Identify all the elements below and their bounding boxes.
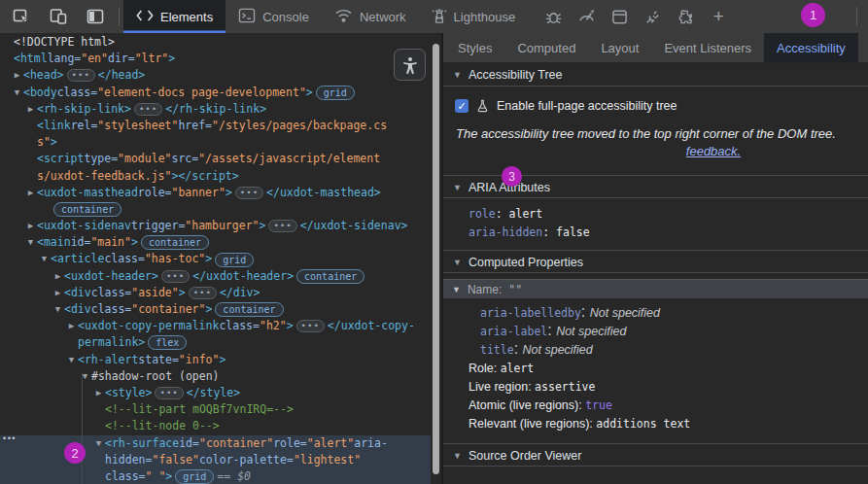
- dom-tree-row[interactable]: container: [0, 201, 431, 218]
- fullpage-a11y-checkbox-row[interactable]: ✓ Enable full-page accessibility tree: [455, 98, 868, 113]
- expand-ellipsis-icon[interactable]: •••: [268, 220, 296, 232]
- notice-text: The accessibility tree moved to the top …: [443, 126, 868, 141]
- layout-badge[interactable]: grid: [175, 469, 214, 484]
- layout-badge[interactable]: container: [296, 269, 365, 284]
- tab-lighthouse[interactable]: Lighthouse: [419, 0, 529, 33]
- code-token: </style>: [187, 385, 240, 401]
- code-token: class=: [57, 85, 98, 101]
- code-token: </uxdot-sidenav>: [300, 218, 408, 234]
- layout-badge[interactable]: grid: [316, 86, 355, 100]
- application-box-icon[interactable]: [608, 5, 631, 28]
- dock-panel-icon[interactable]: [84, 5, 107, 28]
- code-token: <style>: [105, 385, 152, 401]
- chevron-down-icon[interactable]: ▼: [52, 301, 64, 318]
- expand-ellipsis-icon[interactable]: •••: [155, 387, 183, 399]
- expand-ellipsis-icon[interactable]: •••: [134, 103, 162, 116]
- dom-tree-row[interactable]: s/uxdot-feedback.js"></script>: [0, 168, 431, 185]
- dom-tree-row[interactable]: ▶<uxdot-header>•••</uxdot-header>contain…: [0, 268, 431, 285]
- layout-badge[interactable]: container: [141, 235, 209, 250]
- accessibility-person-icon[interactable]: [394, 49, 426, 81]
- expand-ellipsis-icon[interactable]: •••: [296, 320, 325, 332]
- dom-tree-row[interactable]: ▼<article class="has-toc">grid: [0, 251, 431, 267]
- dom-tree-row[interactable]: <script type="module" src="/assets/javas…: [0, 151, 431, 167]
- dom-tree-row[interactable]: ▶<uxdot-sidenav trigger="hamburger">•••<…: [0, 218, 431, 234]
- dom-tree-row[interactable]: class=" ">grid == $0: [0, 468, 431, 484]
- dom-tree-row[interactable]: ▶<uxdot-masthead role="banner">•••</uxdo…: [0, 185, 431, 201]
- dom-tree-scrollbar[interactable]: [433, 44, 439, 474]
- chevron-down-icon[interactable]: ▼: [38, 251, 51, 267]
- bug-icon[interactable]: [541, 5, 565, 28]
- indent-guide: [82, 373, 83, 484]
- code-token: lang=: [48, 51, 82, 67]
- dom-tree-row[interactable]: s">: [0, 134, 431, 151]
- chevron-right-icon[interactable]: ▶: [11, 67, 23, 84]
- layout-badge[interactable]: container: [215, 302, 283, 317]
- chevron-down-icon[interactable]: ▼: [79, 368, 91, 385]
- layout-badge[interactable]: container: [53, 202, 122, 217]
- chevron-down-icon[interactable]: ▼: [65, 352, 78, 368]
- dom-tree-row[interactable]: <!--lit-node 0-->: [0, 418, 431, 434]
- dom-tree-row[interactable]: ▶<rh-skip-link>•••</rh-skip-link>: [0, 101, 431, 118]
- chevron-right-icon[interactable]: ▶: [24, 218, 37, 234]
- dom-tree-row[interactable]: ▶<uxdot-copy-permalink class="h2">•••</u…: [0, 318, 431, 334]
- dom-tree-row[interactable]: ▼<body class="element-docs page-developm…: [0, 85, 431, 101]
- dom-tree-row[interactable]: ▶<head>•••</head>: [0, 67, 431, 84]
- plug-icon[interactable]: [641, 5, 664, 28]
- dom-tree-row[interactable]: <html lang="en" dir="ltr">: [0, 51, 431, 67]
- tab-label: Elements: [160, 10, 213, 24]
- tab-elements[interactable]: Elements: [123, 0, 226, 33]
- dom-tree-row[interactable]: ▼#shadow-root (open): [0, 368, 431, 385]
- chevron-right-icon[interactable]: ▶: [52, 268, 64, 285]
- code-token: class=: [91, 301, 132, 318]
- code-token: <head>: [23, 67, 64, 84]
- code-token: </div>: [220, 285, 260, 301]
- code-token: "/styles/pages/backpage.cs: [212, 118, 387, 134]
- dom-tree-row[interactable]: ▼<main id="main">container: [0, 234, 431, 251]
- section-source-order-viewer[interactable]: ▼ Source Order Viewer: [443, 443, 868, 467]
- section-accessibility-tree[interactable]: ▼ Accessibility Tree: [443, 63, 868, 86]
- expand-ellipsis-icon[interactable]: •••: [161, 270, 190, 283]
- toolbar-left-icons: [0, 0, 115, 33]
- sidebar-tab-accessibility[interactable]: Accessibility: [764, 33, 858, 62]
- sidebar-tab-layout[interactable]: Layout: [588, 33, 651, 62]
- chevron-down-icon[interactable]: ▼: [11, 85, 23, 101]
- dom-tree-row[interactable]: ▼<div class="container">container: [0, 301, 431, 318]
- layout-badge[interactable]: flex: [148, 335, 187, 350]
- code-token: class=: [104, 251, 145, 267]
- chevron-down-icon[interactable]: ▼: [92, 435, 105, 452]
- tab-console[interactable]: Console: [226, 0, 322, 33]
- dom-tree-row[interactable]: ▶<style>•••</style>: [0, 385, 431, 401]
- dom-tree-row[interactable]: ▶<div class="aside">•••</div>: [0, 285, 431, 301]
- chevron-down-icon: ▼: [453, 183, 462, 192]
- expand-ellipsis-icon[interactable]: •••: [235, 187, 263, 199]
- chevron-right-icon[interactable]: ▶: [52, 285, 64, 301]
- computed-name-row[interactable]: ▼ Name: "": [443, 279, 868, 298]
- device-toolbar-icon[interactable]: [47, 5, 70, 28]
- chevron-right-icon[interactable]: ▶: [24, 185, 37, 201]
- code-token: s/uxdot-feedback.js": [37, 168, 171, 185]
- dom-tree-row[interactable]: <link rel="stylesheet" href="/styles/pag…: [0, 118, 431, 134]
- chevron-right-icon[interactable]: ▶: [24, 101, 37, 118]
- sidebar-tab-computed[interactable]: Computed: [504, 33, 588, 62]
- layout-badge[interactable]: grid: [215, 253, 254, 267]
- section-computed-properties[interactable]: ▼ Computed Properties: [443, 250, 868, 273]
- sidebar-tab-styles[interactable]: Styles: [445, 33, 504, 62]
- inspect-icon[interactable]: [10, 5, 33, 28]
- extension-puzzle-icon[interactable]: [674, 5, 697, 28]
- checkbox-checked[interactable]: ✓: [455, 99, 469, 113]
- tab-network[interactable]: Network: [322, 0, 419, 33]
- chevron-right-icon[interactable]: ▶: [65, 318, 78, 334]
- performance-gauge-icon[interactable]: [574, 5, 598, 28]
- feedback-link[interactable]: feedback.: [686, 144, 741, 158]
- dom-tree-row[interactable]: permalink>flex: [0, 334, 431, 351]
- expand-ellipsis-icon[interactable]: •••: [67, 69, 95, 82]
- chevron-right-icon[interactable]: ▶: [92, 385, 105, 401]
- more-tabs-button[interactable]: +: [707, 6, 730, 27]
- dom-tree-row[interactable]: ▼<rh-alert state="info">: [0, 352, 431, 368]
- sidebar-tab-event-listeners[interactable]: Event Listeners: [651, 33, 764, 62]
- code-token: <main: [37, 234, 71, 251]
- dom-tree-row[interactable]: <!--lit-part mOQBf7vnIRQ=-->: [0, 401, 431, 418]
- expand-ellipsis-icon[interactable]: •••: [189, 287, 217, 299]
- dom-tree-row[interactable]: <!DOCTYPE html>: [0, 34, 431, 51]
- chevron-down-icon[interactable]: ▼: [24, 234, 37, 251]
